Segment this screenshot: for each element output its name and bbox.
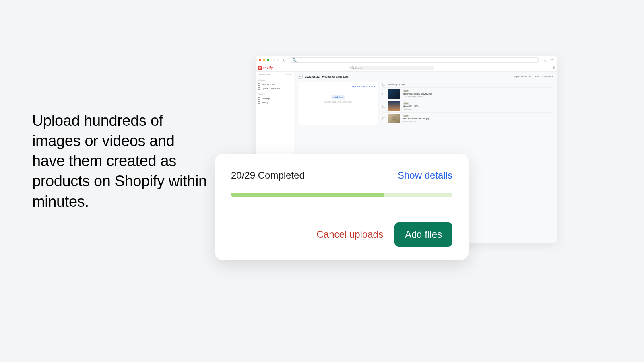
progress-fill xyxy=(231,193,384,197)
select-all-checkbox[interactable] xyxy=(382,83,385,86)
edit-batch-link[interactable]: Edit upload batch xyxy=(535,75,553,78)
back-icon[interactable]: ‹ xyxy=(272,58,275,62)
thumbnail xyxy=(388,114,400,123)
app-search-input[interactable]: 🔍 Search xyxy=(349,66,434,70)
progress-bar xyxy=(231,193,452,197)
list-item[interactable]: New aks-fu-4011183.jpg Night road xyxy=(382,100,553,112)
progress-status: 20/29 Completed xyxy=(231,170,305,181)
search-placeholder: Search xyxy=(355,67,363,69)
sidebar-item-label: Billing xyxy=(262,101,268,104)
sidebar-basic-badge: Basic xyxy=(285,73,291,76)
marketing-headline: Upload hundreds of images or videos and … xyxy=(32,111,209,212)
sidebar-item-label: New Upload xyxy=(262,83,275,86)
star-icon[interactable]: ☆ xyxy=(542,58,548,62)
brand-logo-icon: P xyxy=(258,66,262,70)
upload-from-dropbox-link[interactable]: Upload from Dropbox xyxy=(352,85,375,88)
file-name: anna-tarazevich-4850291.jpg xyxy=(403,117,429,120)
sidebar-section-general: General xyxy=(258,93,291,95)
sidebar-item-label: Settings xyxy=(262,97,270,100)
brand-name: Pixify xyxy=(263,66,273,70)
sidebar-section-uploads: Uploads xyxy=(258,79,291,81)
list-item[interactable]: New abdulrhman-elkady-3752852.jpg Colour… xyxy=(382,87,553,100)
file-name: aks-fu-4011183.jpg xyxy=(403,105,420,107)
file-list: Showing 29 files New abdulrhman-elkady-3… xyxy=(382,82,553,125)
add-files-chip[interactable]: Add files xyxy=(331,95,345,99)
file-name: abdulrhman-elkady-3752852.jpg xyxy=(403,93,432,95)
sidebar-item-billing[interactable]: Billing xyxy=(258,101,291,105)
gear-icon xyxy=(258,97,260,100)
accepts-hint: Accepts .jpeg, .png, .mov, .mp4 xyxy=(301,101,375,103)
status-badge: New xyxy=(403,115,409,117)
thumbnail xyxy=(388,101,400,111)
row-checkbox[interactable] xyxy=(382,93,385,95)
show-details-link[interactable]: Show details xyxy=(398,170,452,181)
search-icon: 🔍 xyxy=(351,66,354,69)
page-title: 2022-08-22 - Photos of Jane Doe xyxy=(305,75,348,78)
status-badge: New xyxy=(403,90,409,92)
window-controls[interactable] xyxy=(259,59,269,61)
file-desc: Artistic portrait xyxy=(403,120,429,123)
sidebar-item-new-upload[interactable]: New Upload xyxy=(258,82,291,86)
list-count: Showing 29 files xyxy=(388,83,405,86)
maximize-icon[interactable] xyxy=(267,59,269,61)
sidebar-item-upload-overview[interactable]: Upload Overview xyxy=(258,86,291,90)
row-checkbox[interactable] xyxy=(382,105,385,108)
import-csv-link[interactable]: Import from CSV xyxy=(514,75,532,78)
file-desc: Colourful night portrait xyxy=(403,95,432,98)
list-icon xyxy=(258,87,260,90)
cancel-uploads-button[interactable]: Cancel uploads xyxy=(316,229,383,240)
minimize-icon[interactable] xyxy=(263,59,265,61)
upload-progress-card: 20/29 Completed Show details Cancel uplo… xyxy=(215,154,469,260)
plus-icon xyxy=(258,83,260,86)
status-badge: New xyxy=(403,102,409,105)
forward-icon[interactable]: › xyxy=(277,58,280,62)
sidebar-dashboard[interactable]: Dashboard xyxy=(258,73,270,76)
menu-icon[interactable]: ≡ xyxy=(549,58,554,62)
refresh-icon[interactable]: ↻ xyxy=(282,58,287,62)
list-item[interactable]: New anna-tarazevich-4850291.jpg Artistic… xyxy=(382,112,553,125)
address-bar[interactable]: 🔍 xyxy=(290,57,539,63)
settings-icon[interactable]: ⚙ xyxy=(552,66,555,70)
upload-dropzone[interactable]: Upload from Dropbox Add files Accepts .j… xyxy=(298,82,378,125)
app-header: P Pixify 🔍 Search ⚙ xyxy=(256,64,557,72)
close-icon[interactable] xyxy=(259,59,261,61)
sidebar-item-settings[interactable]: Settings xyxy=(258,97,291,101)
back-button[interactable]: ← xyxy=(298,74,303,79)
file-desc: Night road xyxy=(403,108,420,110)
browser-toolbar: ‹ › ↻ 🔍 ☆ ≡ xyxy=(256,56,557,64)
sidebar-item-label: Upload Overview xyxy=(262,87,280,90)
thumbnail xyxy=(388,89,400,99)
row-checkbox[interactable] xyxy=(382,117,385,120)
search-icon: 🔍 xyxy=(293,58,297,62)
card-icon xyxy=(258,101,260,104)
add-files-button[interactable]: Add files xyxy=(394,222,452,247)
